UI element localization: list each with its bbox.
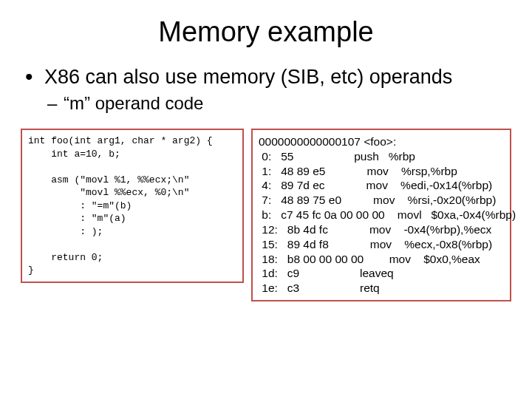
disassembly-box: 0000000000000107 <foo>: 0: 55 push %rbp …	[251, 129, 511, 301]
bullet-level-2: “m” operand code	[25, 93, 511, 114]
source-code-box: int foo(int arg1, char * arg2) { int a=1…	[21, 129, 244, 283]
bullet-level-1: X86 can also use memory (SIB, etc) opera…	[25, 66, 511, 89]
slide: Memory example X86 can also use memory (…	[0, 0, 532, 399]
code-panels: int foo(int arg1, char * arg2) { int a=1…	[21, 129, 511, 301]
page-title: Memory example	[21, 16, 511, 48]
bullet-list: X86 can also use memory (SIB, etc) opera…	[25, 66, 511, 114]
